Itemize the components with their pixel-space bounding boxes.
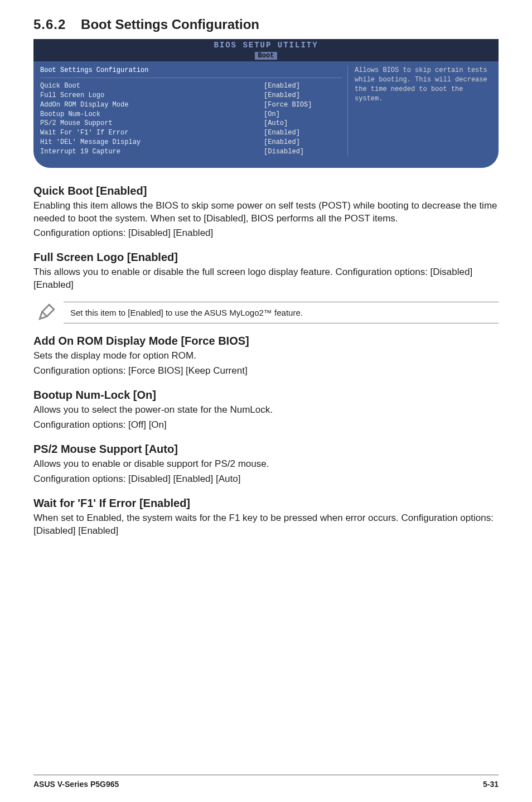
bios-panel-title: Boot Settings Configuration — [40, 66, 342, 78]
option-body: Allows you to select the power-on state … — [33, 404, 499, 417]
option-heading: PS/2 Mouse Support [Auto] — [33, 443, 499, 456]
pencil-icon — [33, 302, 60, 323]
section-number: 5.6.2 — [33, 17, 66, 32]
option-heading: Quick Boot [Enabled] — [33, 185, 499, 197]
option-body: When set to Enabled, the system waits fo… — [33, 512, 499, 538]
option-heading: Wait for 'F1' If Error [Enabled] — [33, 497, 499, 510]
bios-row: Hit 'DEL' Message Display[Enabled] — [40, 138, 342, 147]
bios-row: Interrupt 19 Capture[Disabled] — [40, 147, 342, 157]
bios-left-pane: Boot Settings Configuration Quick Boot[E… — [40, 66, 347, 156]
note-block: Set this item to [Enabled] to use the AS… — [33, 302, 499, 323]
footer-right: 5-31 — [483, 780, 499, 789]
bios-key: Full Screen Logo — [40, 91, 264, 100]
bios-row: AddOn ROM Display Mode[Force BIOS] — [40, 100, 342, 110]
bios-tab-boot: Boot — [255, 52, 278, 60]
option-config: Configuration options: [Disabled] [Enabl… — [33, 473, 499, 486]
bios-body: Boot Settings Configuration Quick Boot[E… — [33, 61, 499, 156]
bios-val: [Enabled] — [264, 91, 342, 100]
bios-header: BIOS SETUP UTILITY — [33, 39, 499, 51]
bios-key: Interrupt 19 Capture — [40, 147, 264, 157]
footer-left: ASUS V-Series P5G965 — [33, 780, 119, 789]
page-footer: ASUS V-Series P5G965 5-31 — [33, 775, 499, 789]
bios-val: [Auto] — [264, 119, 342, 128]
option-config: Configuration options: [Disabled] [Enabl… — [33, 227, 499, 240]
option-config: Configuration options: [Off] [On] — [33, 419, 499, 432]
section-heading: 5.6.2 Boot Settings Configuration — [33, 17, 499, 32]
bios-help-pane: Allows BIOS to skip certain tests while … — [347, 66, 492, 156]
bios-row: Wait For 'F1' If Error[Enabled] — [40, 128, 342, 138]
bios-key: Wait For 'F1' If Error — [40, 128, 264, 138]
bios-key: Bootup Num-Lock — [40, 110, 264, 119]
bios-val: [Enabled] — [264, 81, 342, 91]
bios-row: Bootup Num-Lock[On] — [40, 110, 342, 119]
bios-row: Quick Boot[Enabled] — [40, 81, 342, 91]
note-text: Set this item to [Enabled] to use the AS… — [64, 302, 499, 323]
bios-panel: BIOS SETUP UTILITY Boot Boot Settings Co… — [33, 39, 499, 168]
bios-val: [On] — [264, 110, 342, 119]
bios-key: AddOn ROM Display Mode — [40, 100, 264, 110]
bios-val: [Force BIOS] — [264, 100, 342, 110]
bios-key: Quick Boot — [40, 81, 264, 91]
option-body: Allows you to enable or disable support … — [33, 458, 499, 471]
option-heading: Add On ROM Display Mode [Force BIOS] — [33, 335, 499, 347]
option-body: Enabling this item allows the BIOS to sk… — [33, 200, 499, 225]
bios-tab-bar: Boot — [33, 51, 499, 62]
option-body: This allows you to enable or disable the… — [33, 266, 499, 292]
bios-val: [Disabled] — [264, 147, 342, 157]
bios-row: PS/2 Mouse Support[Auto] — [40, 119, 342, 128]
bios-key: PS/2 Mouse Support — [40, 119, 264, 128]
bios-row: Full Screen Logo[Enabled] — [40, 91, 342, 100]
option-heading: Bootup Num-Lock [On] — [33, 389, 499, 402]
option-config: Configuration options: [Force BIOS] [Kee… — [33, 365, 499, 378]
bios-key: Hit 'DEL' Message Display — [40, 138, 264, 147]
section-title: Boot Settings Configuration — [81, 17, 259, 32]
bios-val: [Enabled] — [264, 138, 342, 147]
option-heading: Full Screen Logo [Enabled] — [33, 251, 499, 264]
option-body: Sets the display mode for option ROM. — [33, 350, 499, 363]
bios-val: [Enabled] — [264, 128, 342, 138]
